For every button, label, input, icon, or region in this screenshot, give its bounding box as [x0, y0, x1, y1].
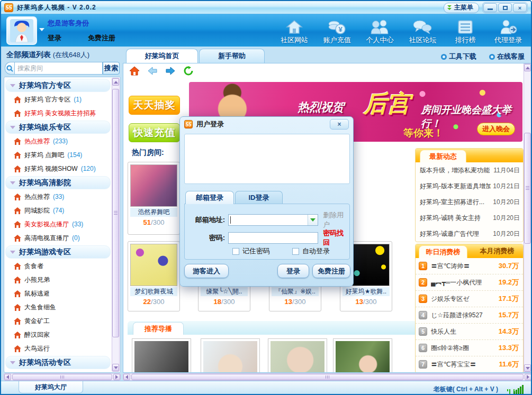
enter-party-button[interactable]: 进入晚会: [477, 123, 515, 135]
signal-icon[interactable]: [507, 383, 524, 394]
nav-forum[interactable]: 社区论坛: [402, 16, 443, 47]
free-register-button[interactable]: 免费注册: [312, 264, 350, 278]
scroll-right-icon[interactable]: [525, 374, 531, 380]
tab-yesterday-board[interactable]: 昨日消费榜: [419, 245, 467, 258]
sidebar-vertical-scrollbar[interactable]: [112, 78, 120, 372]
group-official[interactable]: 好莱坞官方专区: [5, 79, 111, 92]
register-link[interactable]: 免费注册: [88, 33, 115, 43]
news-item[interactable]: 版本升级，增添私麦功能11月04日: [416, 162, 523, 178]
tab-newbie-help[interactable]: 新手帮助: [199, 49, 265, 63]
channel-item[interactable]: 同城影院(74): [5, 204, 111, 217]
search-button[interactable]: 搜索: [103, 62, 120, 75]
channel-item[interactable]: 黄金矿工: [5, 314, 111, 328]
tab-email-login[interactable]: 邮箱登录: [185, 191, 234, 204]
anchor-photo[interactable]: [333, 338, 392, 373]
scroll-right-icon[interactable]: [113, 374, 120, 380]
room-card[interactable]: 梦幻歌舞夜城 22/300: [128, 241, 180, 311]
daily-lottery-button[interactable]: 天天抽奖: [129, 96, 180, 115]
main-menu-button[interactable]: 主菜单: [444, 3, 479, 13]
sidebar-scroll-thumb[interactable]: [112, 89, 119, 337]
main-scroll-thumb[interactable]: [524, 133, 531, 244]
channel-item[interactable]: 美女影视点播厅(33): [5, 217, 111, 231]
board-row[interactable]: 2▄︻┳═一小枫代理19.2万: [416, 274, 523, 291]
channel-item[interactable]: 好莱坞 官方专区(1): [5, 93, 111, 106]
tab-month-board[interactable]: 本月消费榜: [474, 244, 520, 258]
scroll-up-icon[interactable]: [524, 64, 531, 71]
main-hscroll-thumb[interactable]: [131, 374, 524, 380]
channel-item[interactable]: 热点推荐(33): [5, 190, 111, 204]
tab-home[interactable]: 好莱坞首页: [126, 49, 198, 63]
back-icon[interactable]: [147, 66, 158, 76]
avatar-dropdown-icon[interactable]: [39, 28, 44, 31]
scroll-left-icon[interactable]: [123, 374, 130, 380]
news-item[interactable]: 好莱坞-室主招募进行...10月20日: [416, 194, 523, 210]
main-vertical-scrollbar[interactable]: [524, 63, 531, 372]
board-row[interactable]: 4じ☆菈颜进俅952715.7万: [416, 307, 523, 324]
group-games[interactable]: 好莱坞游戏专区: [5, 245, 111, 259]
group-hd-cinema[interactable]: 好莱坞高清影院: [5, 176, 111, 189]
channel-item[interactable]: 热点推荐(233): [5, 134, 111, 148]
channel-item[interactable]: 大鱼食细鱼: [5, 300, 111, 314]
nav-community-site[interactable]: 社区网站: [274, 16, 315, 47]
group-entertainment[interactable]: 好莱坞娱乐专区: [5, 121, 111, 134]
tool-download-link[interactable]: 工具下载: [441, 52, 476, 61]
scroll-left-icon[interactable]: [4, 374, 11, 380]
channel-item[interactable]: 好莱坞 视频SHOW(120): [5, 162, 111, 176]
scroll-down-icon[interactable]: [524, 364, 531, 372]
nav-agent-login[interactable]: 代理登录: [488, 16, 529, 47]
board-row[interactable]: 6圈≤幹②将≥圈13.3万: [416, 340, 523, 356]
auto-login-checkbox[interactable]: 自动登录: [292, 246, 330, 256]
nav-ranking[interactable]: 排行榜: [445, 16, 486, 47]
channel-item[interactable]: 醉汉回家: [5, 328, 111, 342]
forward-icon[interactable]: [165, 66, 176, 76]
anchor-photo[interactable]: [268, 338, 327, 373]
board-row[interactable]: 3ジ娱乐专区ゼ17.1万: [416, 291, 523, 307]
channel-item[interactable]: 贪食者: [5, 259, 111, 273]
dialog-close-button[interactable]: ×: [330, 119, 349, 130]
news-item[interactable]: 好莱坞-诚邀广告代理10月20日: [416, 226, 523, 242]
channel-item[interactable]: 小熊兄弟: [5, 273, 111, 287]
channel-item[interactable]: 鼠标逃避: [5, 287, 111, 300]
nav-user-center[interactable]: 个人中心: [359, 16, 401, 47]
refresh-icon[interactable]: [183, 66, 194, 76]
news-item[interactable]: 好莱坞-诚聘 美女主持10月20日: [416, 210, 523, 226]
room-card[interactable]: 浩然界舞吧 51/300: [128, 162, 180, 235]
anchor-photo[interactable]: [201, 338, 260, 373]
lobby-tab[interactable]: 好莱坞大厅: [19, 381, 83, 393]
password-input[interactable]: [228, 232, 318, 244]
channel-item[interactable]: 好莱坞 美女视频主持招募: [5, 106, 111, 120]
board-row[interactable]: 5快乐人生14.3万: [416, 324, 523, 340]
board-row[interactable]: 1〓宫℃涛帅〓30.7万: [416, 258, 523, 274]
news-item[interactable]: 好莱坞-版本更新道具增加10月21日: [416, 178, 523, 194]
main-horizontal-scrollbar[interactable]: [123, 373, 532, 381]
nav-recharge[interactable]: ¥ 账户充值: [317, 16, 358, 47]
sidebar-horizontal-scrollbar[interactable]: [4, 373, 121, 381]
tab-id-login[interactable]: ID登录: [235, 191, 283, 204]
sidebar-hscroll-thumb[interactable]: [12, 374, 112, 380]
login-button[interactable]: 登录: [277, 264, 309, 278]
board-row[interactable]: 7〓宫℃苒宝宝〓11.6万: [416, 356, 523, 373]
channel-item[interactable]: 好莱坞 点舞吧(154): [5, 148, 111, 162]
online-service-link[interactable]: 在线客服: [489, 52, 525, 61]
avatar[interactable]: [6, 16, 37, 45]
search-input[interactable]: [14, 62, 103, 75]
group-activity[interactable]: 好莱坞活动专区: [5, 356, 111, 369]
guest-enter-button[interactable]: 游客进入: [184, 264, 229, 278]
login-link[interactable]: 登录: [48, 33, 61, 43]
channel-item[interactable]: 新四大名著姐妹乐: [5, 370, 111, 373]
remember-password-checkbox[interactable]: 记住密码: [232, 246, 270, 256]
close-button[interactable]: ×: [513, 3, 527, 12]
latest-news-tab[interactable]: 最新动态: [420, 150, 466, 162]
search-icon[interactable]: [5, 62, 14, 75]
home-nav-icon[interactable]: [129, 66, 140, 76]
email-combo-input[interactable]: [228, 214, 318, 226]
channel-item[interactable]: 大鸟远行: [5, 342, 111, 355]
delete-user-link[interactable]: 删除用户: [323, 210, 349, 229]
anchor-photo[interactable]: [132, 338, 191, 373]
maximize-button[interactable]: [498, 3, 512, 12]
password-recover-link[interactable]: 密码找回: [323, 228, 349, 247]
minimize-button[interactable]: [483, 3, 497, 12]
recommend-tab[interactable]: 推荐导播: [133, 322, 184, 335]
scroll-up-icon[interactable]: [112, 78, 119, 86]
scroll-down-icon[interactable]: [112, 364, 119, 371]
